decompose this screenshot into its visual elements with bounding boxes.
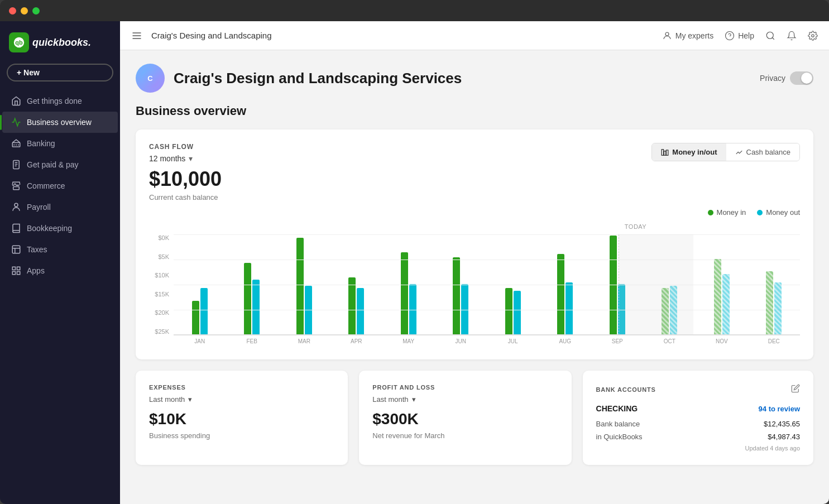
- money-inout-label: Money in/out: [672, 148, 717, 156]
- sidebar-item-label: Taxes: [27, 245, 47, 254]
- money-out-bar: [461, 284, 468, 334]
- money-out-bar: [252, 280, 260, 334]
- period-label: 12 months: [149, 154, 185, 163]
- expenses-period[interactable]: Last month ▾: [149, 395, 334, 404]
- edit-icon[interactable]: [791, 384, 800, 395]
- svg-point-27: [812, 34, 814, 37]
- company-title: Craig's Design and Landscaping Services: [174, 70, 462, 87]
- money-out-bar: [514, 291, 521, 334]
- new-button[interactable]: + New: [7, 64, 113, 81]
- x-label: OCT: [644, 338, 696, 344]
- logo-text: quickbooks.: [32, 37, 91, 49]
- month-group: [382, 252, 435, 334]
- chevron-down-icon: ▾: [188, 395, 192, 404]
- money-out-bar: [670, 286, 677, 334]
- expenses-card: EXPENSES Last month ▾ $10K Business spen…: [136, 371, 348, 465]
- month-group: [487, 288, 539, 334]
- money-in-bar: [766, 271, 773, 334]
- company-name-header: Craig's Desing and Landscaping: [151, 31, 653, 40]
- person-icon: [11, 202, 21, 212]
- money-out-bar: [566, 282, 573, 334]
- svg-rect-32: [667, 150, 669, 155]
- legend-money-in-label: Money in: [717, 208, 746, 217]
- month-group: [174, 288, 226, 334]
- quickbooks-balance-value: $4,987.43: [745, 430, 800, 443]
- sidebar-item-payroll[interactable]: Payroll: [2, 196, 118, 218]
- bank-icon: [11, 138, 21, 148]
- svg-text:qb: qb: [15, 39, 23, 46]
- toggle-knob: [801, 73, 812, 84]
- cash-flow-left: CASH FLOW 12 months ▾ $10,000 Current ca…: [149, 143, 222, 201]
- new-button-label: + New: [17, 68, 40, 77]
- sidebar-item-label: Payroll: [27, 203, 51, 212]
- svg-rect-31: [664, 151, 667, 155]
- sidebar-item-label: Commerce: [27, 181, 65, 190]
- bank-accounts-label: BANK ACCOUNTS: [596, 386, 656, 393]
- settings-button[interactable]: [808, 31, 818, 41]
- svg-text:C: C: [147, 74, 152, 83]
- bank-row-labels: Bank balance in QuickBooks: [596, 417, 643, 444]
- store-icon: [11, 181, 21, 191]
- svg-rect-10: [13, 187, 20, 190]
- book-icon: [11, 223, 21, 233]
- app-window: qb quickbooks. + New Get things done: [0, 0, 829, 504]
- period-selector[interactable]: 12 months ▾: [149, 154, 222, 163]
- sidebar-item-business-overview[interactable]: Business overview: [2, 112, 118, 133]
- sidebar-item-label: Banking: [27, 139, 55, 148]
- money-out-bar: [722, 274, 730, 334]
- receipt-icon: [11, 160, 21, 170]
- sidebar-item-bookkeeping[interactable]: Bookkeeping: [2, 218, 118, 239]
- review-link[interactable]: 94 to review: [759, 405, 800, 413]
- month-group: [539, 254, 592, 334]
- cash-balance-button[interactable]: Cash balance: [726, 143, 800, 161]
- page-content: C Craig's Design and Landscaping Service…: [120, 50, 829, 504]
- sidebar-item-banking[interactable]: Banking: [2, 133, 118, 154]
- sidebar-item-label: Get things done: [27, 97, 82, 105]
- avatar: C: [136, 64, 165, 93]
- bank-row: Bank balance in QuickBooks $12,435.65 $4…: [596, 417, 800, 452]
- bank-updated: Updated 4 days ago: [745, 445, 800, 452]
- svg-point-22: [665, 32, 669, 36]
- bank-row-values: $12,435.65 $4,987.43: [745, 417, 800, 444]
- privacy-switch[interactable]: [790, 71, 813, 85]
- help-button[interactable]: Help: [725, 31, 754, 41]
- chart-bars: [174, 234, 800, 335]
- svg-rect-17: [12, 272, 15, 275]
- money-in-bar: [296, 238, 304, 334]
- sidebar-item-label: Business overview: [27, 118, 92, 127]
- expenses-sublabel: Business spending: [149, 431, 334, 440]
- money-in-bar: [244, 263, 251, 334]
- svg-point-11: [15, 203, 18, 207]
- sidebar-item-get-paid-pay[interactable]: Get paid & pay: [2, 154, 118, 175]
- chart-container: $25K $20K $15K $10K $5K $0K TODAY: [149, 223, 800, 346]
- sidebar-item-apps[interactable]: Apps: [2, 260, 118, 281]
- money-in-bar: [505, 288, 512, 334]
- legend-money-out-label: Money out: [766, 208, 800, 217]
- profit-loss-period[interactable]: Last month ▾: [372, 395, 558, 404]
- notifications-button[interactable]: [787, 31, 797, 41]
- logo-area: qb quickbooks.: [0, 28, 120, 64]
- menu-button[interactable]: [131, 30, 142, 41]
- search-button[interactable]: [765, 31, 775, 41]
- bank-balance-label: Bank balance: [596, 417, 643, 430]
- x-label: FEB: [226, 338, 279, 344]
- money-inout-button[interactable]: Money in/out: [652, 143, 726, 161]
- minimize-button[interactable]: [21, 7, 28, 15]
- sidebar-item-taxes[interactable]: Taxes: [2, 239, 118, 260]
- sidebar-item-get-things-done[interactable]: Get things done: [2, 90, 118, 112]
- close-button[interactable]: [9, 7, 16, 15]
- checking-header: CHECKING 94 to review: [596, 404, 800, 413]
- my-experts-button[interactable]: My experts: [662, 31, 713, 41]
- money-in-bar: [557, 254, 564, 334]
- maximize-button[interactable]: [32, 7, 40, 15]
- privacy-toggle-area: Privacy: [760, 71, 813, 85]
- sidebar-item-commerce[interactable]: Commerce: [2, 175, 118, 196]
- home-icon: [11, 96, 21, 106]
- today-label: TODAY: [625, 223, 646, 230]
- legend-money-in: Money in: [708, 208, 746, 217]
- tax-icon: [11, 244, 21, 255]
- x-label: JUL: [487, 338, 539, 344]
- x-label: SEP: [591, 338, 644, 344]
- x-label: AUG: [539, 338, 592, 344]
- app-layout: qb quickbooks. + New Get things done: [0, 21, 829, 504]
